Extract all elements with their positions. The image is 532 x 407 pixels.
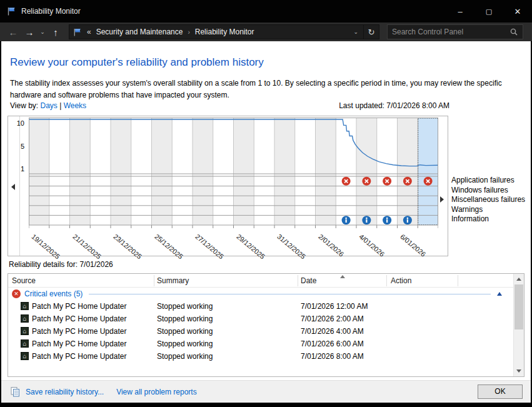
save-history-icon <box>10 386 21 397</box>
title-bar: Reliability Monitor – ▢ ✕ <box>0 0 532 23</box>
cell-summary: Stopped working <box>157 302 213 311</box>
app-icon: ⌂ <box>21 339 29 348</box>
details-label: Reliability details for: 7/01/2026 <box>9 260 113 269</box>
main-content: Review your computer's reliability and p… <box>1 41 531 403</box>
chart-legend: Application failures Windows failures Mi… <box>451 176 525 224</box>
view-by-bar: View by: Days | Weeks Last updated: 7/01… <box>10 101 449 110</box>
window-title: Reliability Monitor <box>21 7 81 16</box>
cell-date: 7/01/2026 8:00 AM <box>301 352 364 361</box>
navigation-bar: ← → ⌄ ↑ « Security and Maintenance › Rel… <box>0 23 532 41</box>
cell-date: 7/01/2026 6:00 AM <box>301 339 364 348</box>
x-axis-tick-label: 6/01/2026 <box>399 233 427 258</box>
back-button[interactable]: ← <box>5 27 21 38</box>
view-by-separator: | <box>59 101 61 110</box>
y-axis-tick-10: 10 <box>8 119 24 127</box>
column-header-summary[interactable]: Summary <box>157 276 189 285</box>
column-header-action[interactable]: Action <box>391 276 411 285</box>
cell-source: Patch My PC Home Updater <box>32 314 126 323</box>
table-scrollbar[interactable] <box>513 274 524 376</box>
table-header: Source Summary Date Action <box>8 274 513 288</box>
breadcrumb[interactable]: « Security and Maintenance › Reliability… <box>69 24 364 39</box>
x-axis-tick-label: 25/12/2025 <box>153 233 184 261</box>
cell-date: 7/01/2026 4:00 AM <box>301 327 364 336</box>
table-row[interactable]: ⌂Patch My PC Home UpdaterStopped working… <box>8 313 513 325</box>
refresh-button[interactable]: ↻ <box>364 24 379 39</box>
search-input[interactable]: Search Control Panel <box>387 24 523 39</box>
page-title: Review your computer's reliability and p… <box>10 56 264 69</box>
up-button[interactable]: ↑ <box>48 27 64 38</box>
forward-button[interactable]: → <box>21 27 38 38</box>
app-icon: ⌂ <box>21 314 29 323</box>
scroll-up-icon[interactable] <box>516 278 521 281</box>
collapse-group-icon[interactable] <box>497 292 502 296</box>
scroll-left-icon[interactable] <box>11 184 15 190</box>
view-by-days-link[interactable]: Days <box>40 101 57 110</box>
table-row[interactable]: ⌂Patch My PC Home UpdaterStopped working… <box>8 338 513 350</box>
search-icon[interactable] <box>509 28 518 36</box>
minimize-button[interactable]: – <box>446 0 474 23</box>
history-dropdown-icon[interactable]: ⌄ <box>38 29 48 35</box>
column-header-date[interactable]: Date <box>301 276 316 285</box>
address-dropdown-icon[interactable]: ⌄ <box>353 29 363 35</box>
y-axis-tick-5: 5 <box>8 143 24 150</box>
sort-ascending-icon <box>340 275 345 278</box>
x-axis-tick-label: 21/12/2025 <box>71 233 103 261</box>
ok-button[interactable]: OK <box>478 384 523 399</box>
scroll-down-icon[interactable] <box>516 369 521 373</box>
view-all-problem-reports-link[interactable]: View all problem reports <box>116 388 197 396</box>
details-table: Source Summary Date Action ✕ Critical ev… <box>8 273 524 377</box>
x-axis-tick-label: 19/12/2025 <box>30 233 61 261</box>
cell-summary: Stopped working <box>157 314 213 323</box>
reliability-monitor-window: Reliability Monitor – ▢ ✕ ← → ⌄ ↑ « Secu… <box>0 0 532 407</box>
scroll-right-icon[interactable] <box>440 196 444 203</box>
x-axis-tick-label: 31/12/2025 <box>276 233 307 261</box>
view-by-weeks-link[interactable]: Weeks <box>64 101 86 110</box>
breadcrumb-overflow-icon[interactable]: « <box>87 28 91 36</box>
app-icon: ⌂ <box>21 327 29 335</box>
cell-summary: Stopped working <box>157 327 213 336</box>
cell-summary: Stopped working <box>157 339 213 348</box>
stability-chart[interactable]: 10 5 1 19/12/202521/12/202523/12/202525/… <box>8 116 448 256</box>
breadcrumb-separator-icon: › <box>188 29 189 36</box>
cell-summary: Stopped working <box>157 352 213 361</box>
flag-icon <box>6 6 16 16</box>
x-axis-tick-label: 27/12/2025 <box>194 233 225 261</box>
close-button[interactable]: ✕ <box>503 0 532 23</box>
cell-source: Patch My PC Home Updater <box>32 352 126 361</box>
x-axis-tick-label: 23/12/2025 <box>112 233 143 261</box>
scrollbar-thumb[interactable] <box>514 284 523 329</box>
view-by-label: View by: <box>10 101 38 110</box>
x-axis-tick-label: 4/01/2026 <box>358 233 386 258</box>
cell-source: Patch My PC Home Updater <box>32 327 126 336</box>
footer-bar: Save reliability history... View all pro… <box>1 380 531 403</box>
x-axis-tick-label: 29/12/2025 <box>235 233 266 261</box>
column-header-source[interactable]: Source <box>12 276 36 285</box>
maximize-button[interactable]: ▢ <box>474 0 503 23</box>
group-row-critical-events[interactable]: ✕ Critical events (5) <box>8 288 513 300</box>
cell-date: 7/01/2026 12:00 AM <box>301 302 368 311</box>
table-row[interactable]: ⌂Patch My PC Home UpdaterStopped working… <box>8 325 513 338</box>
critical-error-icon: ✕ <box>12 289 21 298</box>
legend-windows-failures: Windows failures <box>451 186 525 196</box>
group-label[interactable]: Critical events (5) <box>24 289 83 298</box>
search-placeholder: Search Control Panel <box>392 28 509 36</box>
app-icon: ⌂ <box>21 352 29 360</box>
breadcrumb-item-security-and-maintenance[interactable]: Security and Maintenance <box>96 28 183 36</box>
cell-source: Patch My PC Home Updater <box>32 339 126 348</box>
save-reliability-history-link[interactable]: Save reliability history... <box>26 388 104 396</box>
app-icon: ⌂ <box>21 302 29 310</box>
cell-date: 7/01/2026 2:00 AM <box>301 314 364 323</box>
x-axis-tick-label: 2/01/2026 <box>317 233 345 258</box>
table-row[interactable]: ⌂Patch My PC Home UpdaterStopped working… <box>8 300 513 313</box>
legend-miscellaneous-failures: Miscellaneous failures <box>451 195 525 205</box>
flag-icon <box>73 28 82 37</box>
cell-source: Patch My PC Home Updater <box>32 302 126 311</box>
y-axis-tick-1: 1 <box>8 165 24 173</box>
legend-information: Information <box>451 214 525 224</box>
legend-warnings: Warnings <box>451 205 525 215</box>
breadcrumb-item-reliability-monitor[interactable]: Reliability Monitor <box>195 28 254 36</box>
table-row[interactable]: ⌂Patch My PC Home UpdaterStopped working… <box>8 350 513 363</box>
legend-application-failures: Application failures <box>451 176 525 186</box>
chart-plot-area[interactable] <box>29 118 438 229</box>
page-description: The stability index assesses your system… <box>10 78 526 101</box>
